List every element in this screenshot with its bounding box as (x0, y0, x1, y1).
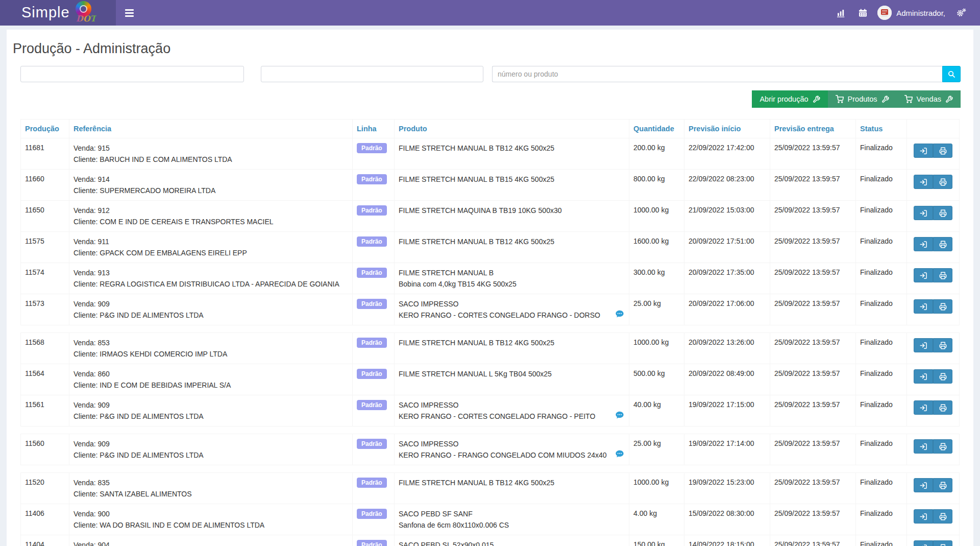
print-row-button[interactable] (933, 237, 952, 251)
status-label: Finalizado (860, 439, 893, 447)
product-cell: FILME STRETCH MANUAL BBobina com 4,0kg T… (395, 263, 629, 294)
start-forecast-cell: 19/09/2022 17:15:00 (684, 395, 770, 426)
sign-in-icon (920, 178, 927, 186)
open-production-row-button[interactable] (914, 237, 933, 251)
table-header-row: Produção Referência Linha Produto Quanti… (21, 120, 960, 138)
print-row-button[interactable] (933, 439, 952, 454)
sidebar-toggle-button[interactable] (116, 0, 142, 26)
bar-chart-icon[interactable] (830, 0, 852, 26)
status-cell: Finalizado (856, 138, 907, 170)
open-production-row-button[interactable] (914, 144, 933, 158)
open-production-row-button[interactable] (914, 439, 933, 454)
delivery-forecast-cell: 25/09/2022 13:59:57 (770, 473, 856, 504)
product-description: SACO IMPRESSOKERO FRANGO - CORTES CONGEL… (399, 399, 625, 422)
client-reference: Cliente: COM E IND DE CEREAIS E TRANSPOR… (74, 216, 348, 227)
product-description: FILME STRETCH MANUAL L 5Kg TB04 500x25 (399, 368, 625, 379)
print-icon (939, 404, 947, 412)
comment-icon[interactable] (615, 310, 624, 318)
open-production-row-button[interactable] (914, 206, 933, 220)
open-production-row-button[interactable] (914, 509, 933, 524)
header-status[interactable]: Status (856, 120, 907, 138)
open-production-row-button[interactable] (914, 268, 933, 282)
open-production-button[interactable]: Abrir produção (752, 90, 827, 108)
actions-cell (907, 364, 960, 395)
reference-cell: Venda: 900 Cliente: WA DO BRASIL IND E C… (69, 504, 353, 535)
search-group (492, 66, 961, 82)
status-label: Finalizado (860, 144, 893, 152)
actions-cell (907, 232, 960, 263)
print-row-button[interactable] (933, 540, 952, 546)
start-forecast-cell: 22/09/2022 17:42:00 (684, 138, 770, 170)
line-badge: Padrão (357, 174, 387, 184)
open-production-row-button[interactable] (914, 175, 933, 189)
product-description: FILME STRETCH MANUAL B TB12 4KG 500x25 (399, 143, 625, 154)
product-cell: SACO IMPRESSOKERO FRANGO - CORTES CONGEL… (395, 294, 629, 325)
print-row-button[interactable] (933, 400, 952, 415)
print-row-button[interactable] (933, 369, 952, 384)
open-production-row-button[interactable] (914, 540, 933, 546)
calendar-icon[interactable] (852, 0, 873, 26)
quantity-cell: 1000.00 kg (629, 333, 684, 364)
brand-text: Simple (21, 4, 70, 21)
open-production-row-button[interactable] (914, 478, 933, 492)
user-menu[interactable]: Administrador, (873, 6, 950, 20)
start-forecast-cell: 21/09/2022 15:03:00 (684, 201, 770, 232)
filter-input-2[interactable] (261, 66, 483, 82)
reference-cell: Venda: 860 Cliente: IND E COM DE BEBIDAS… (69, 364, 353, 395)
start-forecast-cell: 19/09/2022 15:23:00 (684, 473, 770, 504)
line-cell: Padrão (353, 232, 395, 263)
print-row-button[interactable] (933, 268, 952, 282)
product-cell: SACO IMPRESSOKERO FRANGO - FRANGO CONGEL… (395, 434, 629, 465)
print-row-button[interactable] (933, 144, 952, 158)
header-produto[interactable]: Produto (395, 120, 629, 138)
delivery-forecast-cell: 25/09/2022 13:59:57 (770, 333, 856, 364)
sales-label: Vendas (917, 95, 941, 103)
print-row-button[interactable] (933, 206, 952, 220)
line-cell: Padrão (353, 535, 395, 546)
row-spacer (21, 426, 960, 434)
sign-in-icon (920, 147, 927, 155)
sale-reference: Venda: 904 (74, 539, 348, 546)
status-cell: Finalizado (856, 201, 907, 232)
print-row-button[interactable] (933, 299, 952, 314)
products-button[interactable]: Produtos (828, 90, 897, 108)
start-forecast-cell: 20/09/2022 17:06:00 (684, 294, 770, 325)
header-quantidade[interactable]: Quantidade (629, 120, 684, 138)
sales-button[interactable]: Vendas (897, 90, 961, 108)
open-production-row-button[interactable] (914, 369, 933, 384)
open-production-row-button[interactable] (914, 299, 933, 314)
table-row: 11573 Venda: 909 Cliente: P&G IND DE ALI… (21, 294, 960, 325)
comment-icon[interactable] (615, 411, 624, 419)
comment-icon[interactable] (615, 450, 624, 458)
print-row-button[interactable] (933, 478, 952, 492)
sign-in-icon (920, 443, 927, 450)
header-linha[interactable]: Linha (353, 120, 395, 138)
filter-input-1[interactable] (20, 66, 244, 82)
header-previsao-inicio[interactable]: Previsão início (684, 120, 770, 138)
sale-reference: Venda: 853 (74, 337, 348, 348)
line-cell: Padrão (353, 170, 395, 201)
row-action-group (914, 478, 952, 492)
print-row-button[interactable] (933, 338, 952, 352)
open-production-row-button[interactable] (914, 338, 933, 352)
user-avatar (877, 6, 892, 20)
status-label: Finalizado (860, 206, 893, 214)
header-referencia[interactable]: Referência (69, 120, 353, 138)
open-production-row-button[interactable] (914, 400, 933, 415)
gears-icon[interactable] (950, 0, 972, 26)
print-icon (939, 147, 947, 155)
brand-logo[interactable]: Simple DOT (0, 0, 116, 26)
print-row-button[interactable] (933, 175, 952, 189)
print-row-button[interactable] (933, 509, 952, 524)
start-forecast-cell: 20/09/2022 17:35:00 (684, 263, 770, 294)
search-input[interactable] (492, 66, 942, 82)
reference-cell: Venda: 909 Cliente: P&G IND DE ALIMENTOS… (69, 434, 353, 465)
header-producao[interactable]: Produção (21, 120, 69, 138)
client-reference: Cliente: IRMAOS KEHDI COMERCIO IMP LTDA (74, 348, 348, 360)
sign-in-icon (920, 303, 927, 311)
header-previsao-entrega[interactable]: Previsão entrega (770, 120, 856, 138)
client-reference: Cliente: REGRA LOGISTICA EM DISTRIBUICAO… (74, 278, 348, 290)
search-button[interactable] (942, 66, 961, 82)
status-cell: Finalizado (856, 263, 907, 294)
line-cell: Padrão (353, 294, 395, 325)
